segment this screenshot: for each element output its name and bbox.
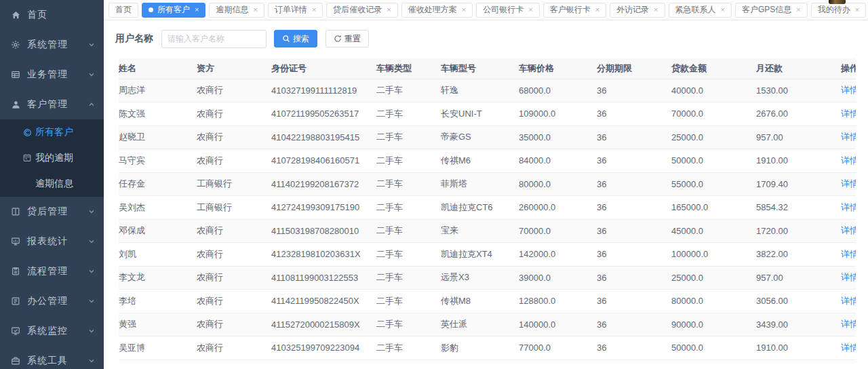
- sidebar-item[interactable]: 贷后管理: [0, 197, 104, 227]
- table-cell: 36: [597, 102, 671, 126]
- detail-link[interactable]: 详情: [841, 343, 856, 353]
- table-cell: 25000.0: [671, 266, 756, 290]
- close-icon[interactable]: ×: [855, 6, 859, 14]
- table-cell: 128800.0: [519, 290, 597, 313]
- column-header: 车辆型号: [441, 58, 519, 79]
- tab-label: 紧急联系人: [675, 4, 716, 16]
- table-cell: 36: [597, 290, 671, 313]
- tab-item[interactable]: 订单详情×: [268, 3, 323, 18]
- table-cell: 140000.0: [519, 313, 597, 336]
- close-icon[interactable]: ×: [528, 6, 532, 14]
- column-header: 身份证号: [271, 58, 376, 79]
- sidebar-item[interactable]: 首页: [0, 0, 104, 30]
- tab-item[interactable]: 所有客户×: [142, 3, 205, 18]
- table-cell: 农商行: [197, 79, 271, 102]
- table-cell: 农商行: [197, 102, 271, 126]
- sidebar-item[interactable]: 业务管理: [0, 60, 104, 90]
- table-row: 吴亚博农商行410325199709223094二手车影豹77000.03650…: [119, 336, 856, 360]
- customer-name-input[interactable]: [161, 30, 267, 48]
- table-cell-actions: 详情: [841, 219, 856, 243]
- sidebar-subitem[interactable]: 所有客户: [0, 119, 104, 145]
- table-cell: 传祺M8: [441, 290, 519, 313]
- tab-item[interactable]: 客户银行卡×: [543, 3, 606, 18]
- search-button[interactable]: 搜索: [274, 30, 317, 47]
- table-cell: 二手车: [376, 313, 441, 336]
- sidebar-item[interactable]: 办公管理: [0, 286, 104, 316]
- detail-link[interactable]: 详情: [841, 249, 856, 259]
- table-cell: 农商行: [197, 290, 271, 313]
- detail-link[interactable]: 详情: [841, 109, 856, 119]
- tab-item[interactable]: 外访记录×: [610, 3, 665, 18]
- table-cell: 二手车: [376, 125, 441, 149]
- table-row: 赵晓卫农商行410422198803195415二手车帝豪GS35000.036…: [119, 125, 856, 149]
- detail-link[interactable]: 详情: [841, 202, 856, 212]
- table-header-row: 姓名资方身份证号车辆类型车辆型号车辆价格分期期限贷款金额月还款操作: [119, 58, 856, 79]
- sidebar-subitem[interactable]: 逾期信息: [0, 171, 104, 197]
- tab-item[interactable]: 我的待办×: [811, 3, 866, 18]
- sidebar-item[interactable]: 报表统计: [0, 227, 104, 256]
- close-icon[interactable]: ×: [312, 6, 316, 14]
- close-icon[interactable]: ×: [253, 6, 257, 14]
- table-cell-actions: 详情: [841, 102, 856, 126]
- tab-item[interactable]: 公司银行卡×: [476, 3, 539, 18]
- detail-link[interactable]: 详情: [841, 132, 856, 142]
- close-icon[interactable]: ×: [796, 6, 800, 14]
- tab-item[interactable]: 催收处理方案×: [401, 3, 473, 18]
- table-cell: 长安UNI-T: [441, 102, 519, 126]
- close-icon[interactable]: ×: [654, 6, 658, 14]
- table-cell: 411402199208167372: [271, 172, 376, 196]
- table-cell: 77000.0: [519, 336, 597, 360]
- sidebar-subitem[interactable]: 我的逾期: [0, 145, 104, 171]
- chevron-down-icon: [87, 327, 96, 335]
- sidebar-item[interactable]: 系统工具: [0, 346, 104, 369]
- tab-label: 公司银行卡: [483, 4, 524, 16]
- sidebar-item-label: 贷后管理: [27, 206, 87, 218]
- sidebar-item-label: 办公管理: [27, 295, 87, 307]
- table-row: 吴刘杰工商银行412724199309175190二手车凯迪拉克CT626000…: [119, 196, 856, 220]
- tab-item[interactable]: 客户GPS信息×: [735, 3, 808, 18]
- detail-link[interactable]: 详情: [841, 85, 856, 95]
- tab-item[interactable]: 贷后催收记录×: [326, 3, 397, 18]
- tab-bar: 首页所有客户×逾期信息×订单详情×贷后催收记录×催收处理方案×公司银行卡×客户银…: [104, 0, 868, 20]
- table-cell: 40000.0: [671, 79, 756, 102]
- detail-link[interactable]: 详情: [841, 178, 856, 189]
- detail-link[interactable]: 详情: [841, 319, 856, 329]
- reset-button[interactable]: 重置: [326, 30, 369, 47]
- close-icon[interactable]: ×: [387, 6, 391, 14]
- table-cell: 2676.00: [756, 102, 841, 126]
- detail-link[interactable]: 详情: [841, 155, 856, 166]
- close-icon[interactable]: ×: [595, 6, 599, 14]
- sidebar-item[interactable]: 流程管理: [0, 256, 104, 286]
- table-cell: 凯迪拉克CT6: [441, 196, 519, 220]
- search-icon: [282, 35, 290, 43]
- table-cell: 36: [597, 266, 671, 290]
- search-panel: 用户名称 搜索 重置: [115, 29, 856, 48]
- table-cell: 二手车: [376, 196, 441, 220]
- avatar[interactable]: [829, 0, 846, 4]
- close-icon[interactable]: ×: [462, 6, 466, 14]
- table-cell: 50000.0: [671, 336, 756, 360]
- column-header: 月还款: [756, 58, 841, 79]
- table-row: 陈文强农商行410721199505263517二手车长安UNI-T109000…: [119, 102, 856, 126]
- sidebar-item[interactable]: 系统管理: [0, 30, 104, 60]
- table-cell: 二手车: [376, 172, 441, 196]
- tab-item[interactable]: 紧急联系人×: [669, 3, 732, 18]
- table-cell: 赵晓卫: [119, 125, 197, 149]
- table-cell: 1530.00: [756, 79, 841, 102]
- detail-link[interactable]: 详情: [841, 272, 856, 282]
- detail-link[interactable]: 详情: [841, 225, 856, 235]
- tab-item[interactable]: 逾期信息×: [209, 3, 264, 18]
- close-icon[interactable]: ×: [721, 6, 725, 14]
- sidebar-item-label: 客户管理: [27, 98, 87, 111]
- tab-item[interactable]: 首页: [108, 3, 138, 18]
- sidebar-item[interactable]: 系统监控: [0, 316, 104, 346]
- postloan-icon: [10, 206, 21, 217]
- table-cell: 1709.40: [756, 172, 841, 196]
- refresh-icon: [334, 35, 342, 43]
- table-cell-actions: 详情: [841, 336, 856, 360]
- grid-icon: [10, 69, 21, 80]
- detail-link[interactable]: 详情: [841, 296, 856, 306]
- table-cell: 二手车: [376, 336, 441, 360]
- sidebar-item[interactable]: 客户管理: [0, 90, 104, 119]
- close-icon[interactable]: ×: [195, 6, 199, 14]
